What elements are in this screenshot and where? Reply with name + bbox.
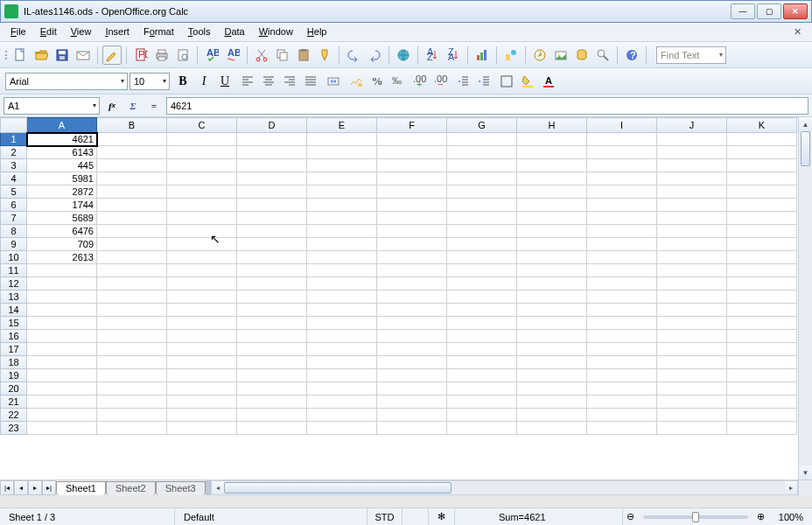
bold-button[interactable]: B (173, 72, 192, 91)
cell-I20[interactable] (587, 382, 657, 396)
cell-I13[interactable] (587, 290, 657, 304)
row-header-12[interactable]: 12 (1, 277, 27, 290)
cell-K17[interactable] (727, 343, 797, 356)
copy-icon[interactable] (273, 46, 292, 65)
cell-E9[interactable] (307, 238, 377, 251)
cell-K21[interactable] (727, 396, 797, 409)
cell-C19[interactable] (167, 369, 237, 382)
cell-H11[interactable] (517, 264, 587, 277)
col-header-I[interactable]: I (587, 118, 657, 133)
cell-A12[interactable] (27, 277, 97, 290)
cell-H7[interactable] (517, 212, 587, 225)
cell-F10[interactable] (377, 251, 447, 264)
cell-A1[interactable]: 4621 (27, 133, 97, 146)
cell-D4[interactable] (237, 172, 307, 186)
row-header-7[interactable]: 7 (1, 212, 27, 225)
sheet-tab-sheet3[interactable]: Sheet3 (156, 481, 206, 495)
col-header-K[interactable]: K (727, 118, 797, 133)
row-header-2[interactable]: 2 (1, 146, 27, 159)
cell-A19[interactable] (27, 369, 97, 382)
cell-E12[interactable] (307, 277, 377, 290)
cell-D2[interactable] (237, 146, 307, 159)
format-paintbrush-icon[interactable] (315, 46, 334, 65)
cell-K18[interactable] (727, 356, 797, 369)
row-header-19[interactable]: 19 (1, 369, 27, 382)
cell-J1[interactable] (657, 133, 727, 146)
print-icon[interactable] (152, 46, 172, 65)
cell-C11[interactable] (167, 264, 237, 277)
cell-H2[interactable] (517, 146, 587, 159)
cell-K23[interactable] (727, 422, 797, 435)
cell-I2[interactable] (587, 146, 657, 159)
cell-K7[interactable] (727, 212, 797, 225)
row-header-10[interactable]: 10 (1, 251, 27, 264)
row-header-9[interactable]: 9 (1, 238, 27, 251)
cell-G8[interactable] (447, 225, 517, 238)
row-header-15[interactable]: 15 (1, 317, 27, 330)
auto-spellcheck-icon[interactable]: ABC (223, 46, 242, 65)
cell-G2[interactable] (447, 146, 517, 159)
cell-F21[interactable] (377, 396, 447, 409)
col-header-G[interactable]: G (447, 118, 517, 133)
cell-G12[interactable] (447, 277, 517, 290)
cell-J10[interactable] (657, 251, 727, 264)
cell-K12[interactable] (727, 277, 797, 290)
row-header-1[interactable]: 1 (1, 133, 27, 146)
cell-H17[interactable] (517, 343, 587, 356)
cell-K15[interactable] (727, 317, 797, 330)
cell-C20[interactable] (167, 382, 237, 396)
cell-G15[interactable] (447, 317, 517, 330)
cell-B3[interactable] (97, 159, 167, 172)
cell-J18[interactable] (657, 356, 727, 369)
menu-data[interactable]: Data (217, 23, 251, 41)
cell-G3[interactable] (447, 159, 517, 172)
cell-K6[interactable] (727, 199, 797, 212)
cell-J16[interactable] (657, 330, 727, 343)
undo-icon[interactable] (344, 46, 363, 65)
cell-E2[interactable] (307, 146, 377, 159)
cell-B1[interactable] (97, 133, 167, 146)
cell-D15[interactable] (237, 317, 307, 330)
zoom-icon[interactable] (593, 46, 612, 65)
cell-J7[interactable] (657, 212, 727, 225)
tab-first-icon[interactable]: |◂ (0, 480, 14, 495)
cell-D17[interactable] (237, 343, 307, 356)
cell-F20[interactable] (377, 382, 447, 396)
cell-B14[interactable] (97, 304, 167, 317)
cell-C1[interactable] (167, 133, 237, 146)
cell-E4[interactable] (307, 172, 377, 186)
cell-D23[interactable] (237, 422, 307, 435)
cell-G17[interactable] (447, 343, 517, 356)
cell-F19[interactable] (377, 369, 447, 382)
cell-B23[interactable] (97, 422, 167, 435)
toolbar-grip[interactable] (4, 51, 9, 60)
cell-I1[interactable] (587, 133, 657, 146)
cell-D10[interactable] (237, 251, 307, 264)
cell-E20[interactable] (307, 382, 377, 396)
cell-I10[interactable] (587, 251, 657, 264)
cell-C7[interactable] (167, 212, 237, 225)
cell-I19[interactable] (587, 369, 657, 382)
cell-G18[interactable] (447, 356, 517, 369)
cell-C3[interactable] (167, 159, 237, 172)
cell-D3[interactable] (237, 159, 307, 172)
print-preview-icon[interactable] (173, 46, 192, 65)
cell-F14[interactable] (377, 304, 447, 317)
close-button[interactable]: ✕ (783, 4, 808, 19)
cell-I18[interactable] (587, 356, 657, 369)
row-header-23[interactable]: 23 (1, 422, 27, 435)
equals-icon[interactable]: = (145, 97, 163, 115)
row-header-17[interactable]: 17 (1, 343, 27, 356)
spellcheck-icon[interactable]: ABC (202, 46, 221, 65)
cell-G11[interactable] (447, 264, 517, 277)
remove-decimal-icon[interactable]: .000− (430, 72, 450, 91)
cell-reference-input[interactable]: A1 (4, 97, 100, 115)
cell-K22[interactable] (727, 409, 797, 422)
merge-cells-icon[interactable] (324, 72, 343, 91)
cell-C2[interactable] (167, 146, 237, 159)
menu-window[interactable]: Window (252, 23, 300, 41)
email-icon[interactable] (74, 46, 93, 65)
cell-D8[interactable] (237, 225, 307, 238)
underline-button[interactable]: U (215, 72, 234, 91)
cell-E23[interactable] (307, 422, 377, 435)
